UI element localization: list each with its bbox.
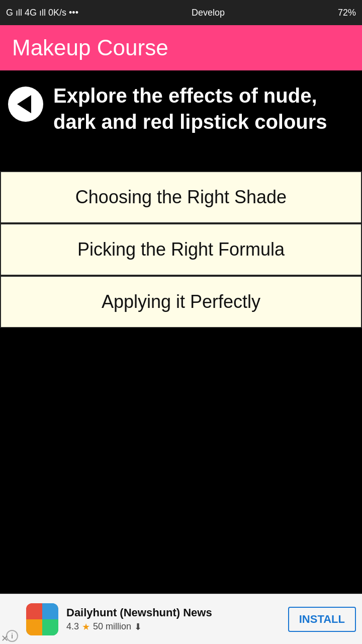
app-bar-title: Makeup Course (12, 35, 168, 60)
ad-install-button[interactable]: INSTALL (288, 607, 356, 632)
ad-downloads: 50 million (93, 621, 131, 632)
hero-text: Explore the effects of nude, dark and re… (53, 83, 354, 135)
menu-item-formula[interactable]: Picking the Right Formula (0, 223, 362, 276)
ad-title: Dailyhunt (Newshunt) News (66, 606, 280, 619)
hero-section: Explore the effects of nude, dark and re… (0, 70, 362, 171)
status-right: 72% (338, 8, 356, 18)
battery-text: 72% (338, 8, 356, 18)
signal-text: G ıll 4G ıll 0K/s ••• (6, 8, 78, 18)
menu-list: Choosing the Right Shade Picking the Rig… (0, 171, 362, 328)
status-left: G ıll 4G ıll 0K/s ••• (6, 8, 78, 18)
ad-logo-q4 (42, 619, 58, 635)
ad-close-button[interactable]: ✕ (1, 634, 9, 643)
menu-item-shade[interactable]: Choosing the Right Shade (0, 171, 362, 223)
download-icon: ⬇ (134, 621, 142, 632)
ad-banner: i Dailyhunt (Newshunt) News 4.3 ★ 50 mil… (0, 594, 362, 644)
star-icon: ★ (82, 621, 90, 632)
ad-logo-q3 (26, 619, 42, 635)
menu-item-applying[interactable]: Applying it Perfectly (0, 276, 362, 328)
back-arrow-icon (17, 95, 31, 113)
app-bar: Makeup Course (0, 25, 362, 70)
ad-text: Dailyhunt (Newshunt) News 4.3 ★ 50 milli… (66, 606, 280, 632)
ad-logo-q1 (26, 603, 42, 619)
status-bar: G ıll 4G ıll 0K/s ••• Develop 72% (0, 0, 362, 25)
ad-sub: 4.3 ★ 50 million ⬇ (66, 621, 280, 632)
ad-logo-q2 (42, 603, 58, 619)
ad-rating: 4.3 (66, 621, 79, 632)
ad-logo (26, 603, 58, 635)
status-center: Develop (192, 8, 225, 18)
back-button[interactable] (8, 87, 43, 122)
